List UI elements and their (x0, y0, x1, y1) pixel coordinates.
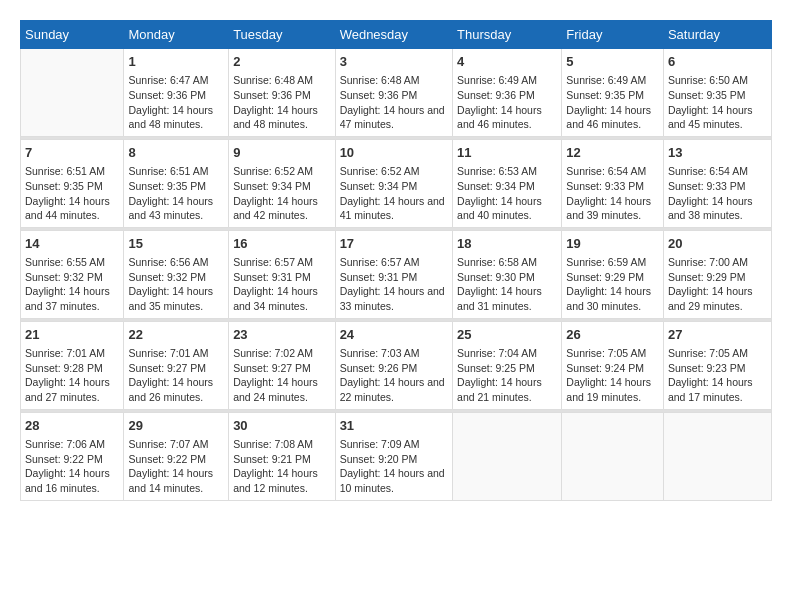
calendar-cell (453, 412, 562, 500)
day-number: 29 (128, 417, 224, 435)
calendar-cell: 4 Sunrise: 6:49 AMSunset: 9:36 PMDayligh… (453, 49, 562, 137)
header-thursday: Thursday (453, 21, 562, 49)
day-number: 30 (233, 417, 331, 435)
day-number: 14 (25, 235, 119, 253)
day-info: Sunrise: 6:59 AMSunset: 9:29 PMDaylight:… (566, 255, 659, 314)
day-number: 17 (340, 235, 448, 253)
day-number: 23 (233, 326, 331, 344)
calendar-cell: 22 Sunrise: 7:01 AMSunset: 9:27 PMDaylig… (124, 321, 229, 409)
day-info: Sunrise: 6:49 AMSunset: 9:36 PMDaylight:… (457, 73, 557, 132)
calendar-cell: 7 Sunrise: 6:51 AMSunset: 9:35 PMDayligh… (21, 139, 124, 227)
calendar-cell: 31 Sunrise: 7:09 AMSunset: 9:20 PMDaylig… (335, 412, 452, 500)
day-number: 9 (233, 144, 331, 162)
calendar-cell: 6 Sunrise: 6:50 AMSunset: 9:35 PMDayligh… (663, 49, 771, 137)
day-number: 1 (128, 53, 224, 71)
calendar-cell: 30 Sunrise: 7:08 AMSunset: 9:21 PMDaylig… (229, 412, 336, 500)
day-info: Sunrise: 7:04 AMSunset: 9:25 PMDaylight:… (457, 346, 557, 405)
calendar-cell: 21 Sunrise: 7:01 AMSunset: 9:28 PMDaylig… (21, 321, 124, 409)
calendar-cell (663, 412, 771, 500)
calendar-cell: 15 Sunrise: 6:56 AMSunset: 9:32 PMDaylig… (124, 230, 229, 318)
day-number: 6 (668, 53, 767, 71)
calendar-cell: 13 Sunrise: 6:54 AMSunset: 9:33 PMDaylig… (663, 139, 771, 227)
day-number: 13 (668, 144, 767, 162)
calendar-cell: 2 Sunrise: 6:48 AMSunset: 9:36 PMDayligh… (229, 49, 336, 137)
calendar-cell: 18 Sunrise: 6:58 AMSunset: 9:30 PMDaylig… (453, 230, 562, 318)
calendar-cell: 8 Sunrise: 6:51 AMSunset: 9:35 PMDayligh… (124, 139, 229, 227)
day-number: 18 (457, 235, 557, 253)
day-info: Sunrise: 6:51 AMSunset: 9:35 PMDaylight:… (25, 164, 119, 223)
calendar-cell: 11 Sunrise: 6:53 AMSunset: 9:34 PMDaylig… (453, 139, 562, 227)
day-info: Sunrise: 6:55 AMSunset: 9:32 PMDaylight:… (25, 255, 119, 314)
day-info: Sunrise: 6:52 AMSunset: 9:34 PMDaylight:… (233, 164, 331, 223)
day-number: 31 (340, 417, 448, 435)
day-info: Sunrise: 6:48 AMSunset: 9:36 PMDaylight:… (340, 73, 448, 132)
day-number: 28 (25, 417, 119, 435)
day-number: 12 (566, 144, 659, 162)
day-info: Sunrise: 6:54 AMSunset: 9:33 PMDaylight:… (668, 164, 767, 223)
day-info: Sunrise: 7:05 AMSunset: 9:24 PMDaylight:… (566, 346, 659, 405)
day-info: Sunrise: 6:53 AMSunset: 9:34 PMDaylight:… (457, 164, 557, 223)
calendar-cell: 26 Sunrise: 7:05 AMSunset: 9:24 PMDaylig… (562, 321, 664, 409)
day-info: Sunrise: 7:06 AMSunset: 9:22 PMDaylight:… (25, 437, 119, 496)
calendar-cell: 20 Sunrise: 7:00 AMSunset: 9:29 PMDaylig… (663, 230, 771, 318)
day-info: Sunrise: 6:49 AMSunset: 9:35 PMDaylight:… (566, 73, 659, 132)
day-info: Sunrise: 6:47 AMSunset: 9:36 PMDaylight:… (128, 73, 224, 132)
day-info: Sunrise: 6:50 AMSunset: 9:35 PMDaylight:… (668, 73, 767, 132)
day-info: Sunrise: 7:01 AMSunset: 9:28 PMDaylight:… (25, 346, 119, 405)
day-info: Sunrise: 6:54 AMSunset: 9:33 PMDaylight:… (566, 164, 659, 223)
day-number: 27 (668, 326, 767, 344)
day-info: Sunrise: 6:48 AMSunset: 9:36 PMDaylight:… (233, 73, 331, 132)
day-info: Sunrise: 7:03 AMSunset: 9:26 PMDaylight:… (340, 346, 448, 405)
day-info: Sunrise: 6:52 AMSunset: 9:34 PMDaylight:… (340, 164, 448, 223)
day-number: 25 (457, 326, 557, 344)
day-info: Sunrise: 7:05 AMSunset: 9:23 PMDaylight:… (668, 346, 767, 405)
calendar-cell: 14 Sunrise: 6:55 AMSunset: 9:32 PMDaylig… (21, 230, 124, 318)
day-number: 8 (128, 144, 224, 162)
calendar-week-row: 21 Sunrise: 7:01 AMSunset: 9:28 PMDaylig… (21, 321, 772, 409)
day-number: 21 (25, 326, 119, 344)
calendar-cell: 27 Sunrise: 7:05 AMSunset: 9:23 PMDaylig… (663, 321, 771, 409)
calendar-cell: 25 Sunrise: 7:04 AMSunset: 9:25 PMDaylig… (453, 321, 562, 409)
day-number: 16 (233, 235, 331, 253)
day-info: Sunrise: 6:51 AMSunset: 9:35 PMDaylight:… (128, 164, 224, 223)
calendar-cell: 16 Sunrise: 6:57 AMSunset: 9:31 PMDaylig… (229, 230, 336, 318)
day-number: 11 (457, 144, 557, 162)
calendar-cell: 19 Sunrise: 6:59 AMSunset: 9:29 PMDaylig… (562, 230, 664, 318)
day-number: 26 (566, 326, 659, 344)
header-monday: Monday (124, 21, 229, 49)
calendar-table: Sunday Monday Tuesday Wednesday Thursday… (20, 20, 772, 501)
day-info: Sunrise: 6:57 AMSunset: 9:31 PMDaylight:… (233, 255, 331, 314)
day-info: Sunrise: 6:57 AMSunset: 9:31 PMDaylight:… (340, 255, 448, 314)
weekday-header-row: Sunday Monday Tuesday Wednesday Thursday… (21, 21, 772, 49)
calendar-cell: 12 Sunrise: 6:54 AMSunset: 9:33 PMDaylig… (562, 139, 664, 227)
day-info: Sunrise: 6:56 AMSunset: 9:32 PMDaylight:… (128, 255, 224, 314)
header-sunday: Sunday (21, 21, 124, 49)
calendar-cell: 24 Sunrise: 7:03 AMSunset: 9:26 PMDaylig… (335, 321, 452, 409)
calendar-cell (21, 49, 124, 137)
calendar-cell: 3 Sunrise: 6:48 AMSunset: 9:36 PMDayligh… (335, 49, 452, 137)
day-info: Sunrise: 7:00 AMSunset: 9:29 PMDaylight:… (668, 255, 767, 314)
day-info: Sunrise: 6:58 AMSunset: 9:30 PMDaylight:… (457, 255, 557, 314)
calendar-cell: 23 Sunrise: 7:02 AMSunset: 9:27 PMDaylig… (229, 321, 336, 409)
day-number: 22 (128, 326, 224, 344)
day-info: Sunrise: 7:01 AMSunset: 9:27 PMDaylight:… (128, 346, 224, 405)
day-info: Sunrise: 7:02 AMSunset: 9:27 PMDaylight:… (233, 346, 331, 405)
day-info: Sunrise: 7:07 AMSunset: 9:22 PMDaylight:… (128, 437, 224, 496)
day-number: 15 (128, 235, 224, 253)
day-number: 20 (668, 235, 767, 253)
day-number: 3 (340, 53, 448, 71)
header-saturday: Saturday (663, 21, 771, 49)
calendar-week-row: 1 Sunrise: 6:47 AMSunset: 9:36 PMDayligh… (21, 49, 772, 137)
calendar-cell: 1 Sunrise: 6:47 AMSunset: 9:36 PMDayligh… (124, 49, 229, 137)
calendar-week-row: 7 Sunrise: 6:51 AMSunset: 9:35 PMDayligh… (21, 139, 772, 227)
day-number: 5 (566, 53, 659, 71)
calendar-cell (562, 412, 664, 500)
calendar-cell: 28 Sunrise: 7:06 AMSunset: 9:22 PMDaylig… (21, 412, 124, 500)
header-tuesday: Tuesday (229, 21, 336, 49)
header-wednesday: Wednesday (335, 21, 452, 49)
day-number: 19 (566, 235, 659, 253)
calendar-cell: 29 Sunrise: 7:07 AMSunset: 9:22 PMDaylig… (124, 412, 229, 500)
calendar-week-row: 28 Sunrise: 7:06 AMSunset: 9:22 PMDaylig… (21, 412, 772, 500)
calendar-cell: 10 Sunrise: 6:52 AMSunset: 9:34 PMDaylig… (335, 139, 452, 227)
day-number: 2 (233, 53, 331, 71)
